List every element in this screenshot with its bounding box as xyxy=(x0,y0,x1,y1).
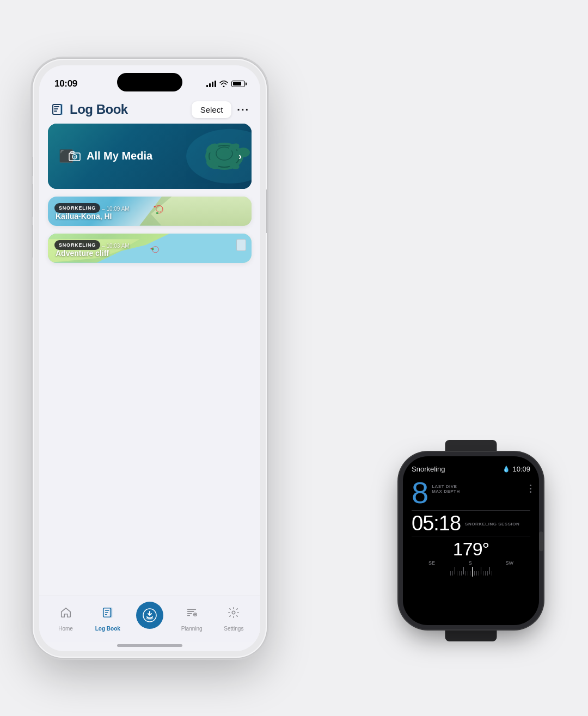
tab-logbook[interactable]: Log Book xyxy=(90,602,125,632)
dive-icon xyxy=(143,608,157,622)
tick-2 xyxy=(452,571,453,576)
dive-location-overlay-1: Kailua-Kona, HI xyxy=(56,212,130,221)
status-time: 10:09 xyxy=(54,78,77,89)
home-icon-wrap xyxy=(55,602,77,623)
compass-s-label: S xyxy=(469,560,472,566)
mute-switch xyxy=(33,157,33,176)
session-time-value: 05:18 xyxy=(412,513,461,534)
signal-bar-4 xyxy=(215,81,216,87)
compass-section: 179° SE S SW xyxy=(412,540,530,578)
more-button[interactable]: ··· xyxy=(237,103,249,116)
tick-12 xyxy=(474,571,475,576)
svg-point-18 xyxy=(154,205,156,207)
logbook-icon-wrap xyxy=(97,602,119,623)
signal-bar-2 xyxy=(209,83,211,87)
dive-icon-wrap xyxy=(136,602,163,629)
svg-point-17 xyxy=(74,156,76,158)
snorkeling-badge-1: SNORKELING xyxy=(54,203,100,213)
media-banner-content: ⬛ All My Media xyxy=(48,124,163,189)
tick-8 xyxy=(465,571,466,576)
tick-18 xyxy=(487,571,488,576)
depth-label-2: MAX DEPTH xyxy=(432,489,460,494)
svg-rect-25 xyxy=(109,607,112,617)
tick-20 xyxy=(492,571,492,576)
dynamic-island xyxy=(117,73,182,91)
tab-settings[interactable]: Settings xyxy=(216,602,252,632)
dive-card-map-2: SNORKELING 1 September 2024 – 10:03 AM A… xyxy=(48,234,252,263)
nav-title-group: Log Book xyxy=(50,102,128,117)
tab-dive[interactable] xyxy=(132,602,167,631)
divider-1 xyxy=(412,510,530,511)
battery-icon xyxy=(231,81,245,87)
scroll-content: ⬛ All My Media › xyxy=(39,124,260,596)
watch-time-display: 10:09 xyxy=(512,465,530,473)
svg-rect-4 xyxy=(60,104,63,115)
status-icons xyxy=(206,81,245,87)
tick-7 xyxy=(463,567,464,574)
tab-settings-label: Settings xyxy=(224,626,243,632)
compass-direction-labels: SE S SW xyxy=(412,560,530,566)
tick-13 xyxy=(476,571,477,576)
tab-home-label: Home xyxy=(58,626,73,632)
heading-value: 179° xyxy=(453,540,489,558)
logbook-icon xyxy=(50,102,65,117)
tab-planning-label: Planning xyxy=(181,626,203,632)
svg-point-28 xyxy=(232,611,236,614)
tick-center xyxy=(472,567,473,577)
tab-home[interactable]: Home xyxy=(48,602,83,632)
tick-19 xyxy=(489,567,490,574)
tab-planning[interactable]: Planning xyxy=(174,602,210,632)
tick-17 xyxy=(485,571,486,576)
depth-labels: LAST DIVE MAX DEPTH xyxy=(432,484,460,494)
watch-side-button[interactable] xyxy=(539,542,543,551)
select-button[interactable]: Select xyxy=(192,101,232,118)
sleep-wake-button[interactable] xyxy=(266,189,267,233)
compass-ticks xyxy=(412,567,530,577)
logbook-tab-icon xyxy=(102,607,114,619)
watch-header: Snorkeling 💧 10:09 xyxy=(412,465,530,473)
watch-screen: Snorkeling 💧 10:09 8 LAST DIVE xyxy=(403,456,539,625)
compass-sw-label: SW xyxy=(506,560,514,566)
battery-fill xyxy=(233,82,241,85)
tick-16 xyxy=(483,571,483,576)
divider-2 xyxy=(412,536,530,536)
depth-value: 8 xyxy=(412,478,427,508)
dive-card-2[interactable]: SNORKELING 1 September 2024 – 10:03 AM A… xyxy=(48,234,252,263)
compass-bar: SE S SW xyxy=(412,560,530,578)
dot-2 xyxy=(530,488,531,489)
settings-icon-wrap xyxy=(223,602,244,623)
scene: 10:09 xyxy=(33,32,555,685)
watch-body: Snorkeling 💧 10:09 8 LAST DIVE xyxy=(403,456,539,625)
watch-menu-dots xyxy=(530,485,531,493)
apple-watch: Snorkeling 💧 10:09 8 LAST DIVE xyxy=(387,440,555,641)
signal-bar-3 xyxy=(212,82,213,87)
volume-up-button[interactable] xyxy=(33,184,33,217)
media-icon xyxy=(68,151,81,162)
tab-bar: Home Log Book xyxy=(39,596,260,642)
svg-point-23 xyxy=(152,248,153,249)
svg-point-20 xyxy=(157,212,158,213)
dive-card-map-1: SNORKELING 2 September 2024 – 10:09 AM K… xyxy=(48,197,252,226)
media-banner[interactable]: ⬛ All My Media › xyxy=(48,124,252,189)
app-content: Log Book Select ··· xyxy=(39,95,260,651)
planning-icon xyxy=(186,607,198,619)
tick-5 xyxy=(459,571,460,576)
watch-time-group: 💧 10:09 xyxy=(503,465,530,473)
iphone-frame: 10:09 xyxy=(33,59,267,658)
dive-location-overlay-2: Adventure cliff xyxy=(56,249,130,258)
svg-rect-3 xyxy=(54,111,57,112)
tab-logbook-label: Log Book xyxy=(95,626,120,632)
tick-4 xyxy=(457,571,457,576)
tick-10 xyxy=(470,571,470,576)
tick-6 xyxy=(461,571,462,576)
compass-tick-bar xyxy=(412,567,530,578)
snorkeling-badge-2: SNORKELING xyxy=(54,240,100,250)
home-indicator xyxy=(117,644,182,647)
settings-icon xyxy=(228,607,240,619)
dot-1 xyxy=(530,485,531,486)
volume-down-button[interactable] xyxy=(33,225,33,258)
home-icon xyxy=(60,607,72,619)
cellular-signal-icon xyxy=(206,81,216,87)
dive-card-1[interactable]: SNORKELING 2 September 2024 – 10:09 AM K… xyxy=(48,197,252,226)
page-title: Log Book xyxy=(70,102,128,117)
